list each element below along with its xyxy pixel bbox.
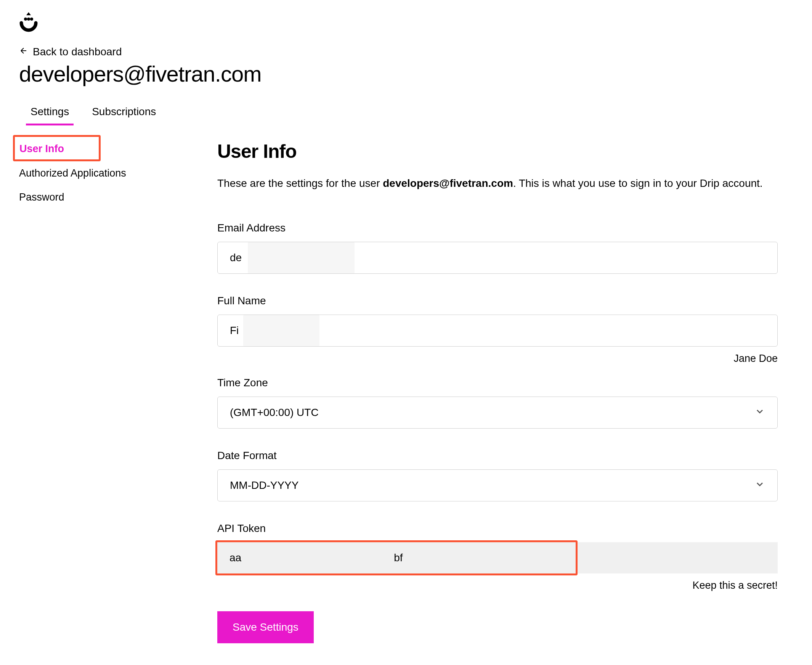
api-token-field[interactable]: aa bf — [217, 542, 778, 573]
back-to-dashboard-link[interactable]: Back to dashboard — [19, 46, 793, 58]
back-link-label: Back to dashboard — [33, 46, 122, 58]
tab-label: Subscriptions — [92, 106, 156, 118]
api-token-helper: Keep this a secret! — [217, 580, 778, 591]
email-label: Email Address — [217, 222, 778, 234]
save-settings-button[interactable]: Save Settings — [217, 611, 314, 643]
timezone-value: (GMT+00:00) UTC — [230, 406, 319, 419]
sidebar-item-label: Authorized Applications — [19, 167, 126, 179]
tab-subscriptions[interactable]: Subscriptions — [92, 106, 156, 125]
sidebar-item-password[interactable]: Password — [19, 185, 187, 209]
full-name-helper: Jane Doe — [217, 353, 778, 365]
full-name-label: Full Name — [217, 295, 778, 307]
api-token-label: API Token — [217, 522, 778, 535]
field-group-email: Email Address — [217, 222, 778, 274]
svg-point-0 — [24, 18, 27, 21]
timezone-select[interactable]: (GMT+00:00) UTC — [217, 396, 778, 429]
sidebar-item-authorized-applications[interactable]: Authorized Applications — [19, 161, 187, 185]
sidebar-item-label: User Info — [20, 143, 64, 154]
arrow-left-icon — [19, 46, 28, 58]
page-title: developers@fivetran.com — [19, 61, 793, 87]
section-description: These are the settings for the user deve… — [217, 175, 778, 192]
date-format-select[interactable]: MM-DD-YYYY — [217, 469, 778, 501]
tab-settings[interactable]: Settings — [31, 106, 69, 125]
date-format-label: Date Format — [217, 450, 778, 462]
tabs-nav: Settings Subscriptions — [19, 106, 793, 125]
main-panel: User Info These are the settings for the… — [217, 140, 778, 643]
email-input[interactable] — [217, 242, 778, 274]
field-group-api-token: API Token aa bf Keep this a secret! — [217, 522, 778, 591]
settings-sidebar: User Info Authorized Applications Passwo… — [19, 140, 187, 643]
field-group-full-name: Full Name Jane Doe — [217, 295, 778, 365]
api-token-part1: aa — [229, 552, 241, 564]
chevron-down-icon — [755, 479, 765, 492]
date-format-value: MM-DD-YYYY — [230, 479, 298, 491]
api-token-part2: bf — [394, 552, 403, 564]
timezone-label: Time Zone — [217, 377, 778, 389]
tab-label: Settings — [31, 106, 69, 118]
section-title: User Info — [217, 140, 778, 162]
full-name-input[interactable] — [217, 314, 778, 347]
svg-point-1 — [27, 18, 30, 21]
sidebar-item-label: Password — [19, 192, 64, 203]
field-group-date-format: Date Format MM-DD-YYYY — [217, 450, 778, 501]
field-group-timezone: Time Zone (GMT+00:00) UTC — [217, 377, 778, 429]
svg-point-2 — [30, 18, 33, 21]
sidebar-item-user-info[interactable]: User Info — [13, 135, 101, 161]
chevron-down-icon — [755, 406, 765, 419]
drip-logo — [19, 11, 38, 34]
